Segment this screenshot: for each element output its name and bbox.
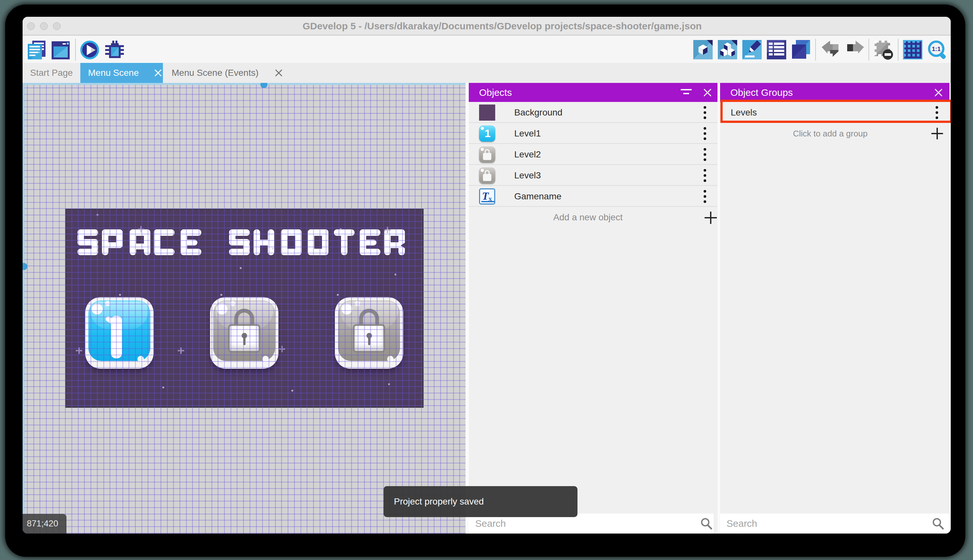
- svg-text:1:1: 1:1: [932, 45, 941, 52]
